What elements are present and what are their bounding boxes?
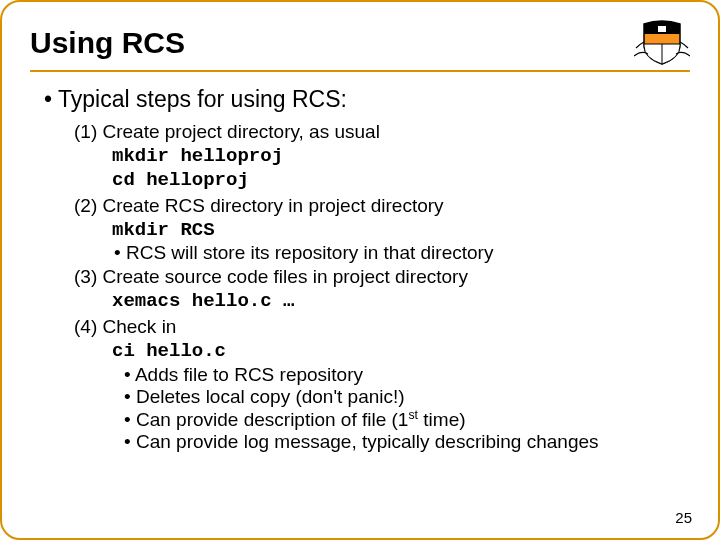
slide-frame: Using RCS Typical steps for using RCS: (… bbox=[0, 0, 720, 540]
header: Using RCS bbox=[30, 20, 690, 72]
step-4-label: (4) Check in bbox=[74, 316, 690, 338]
step-2-code-1: mkdir RCS bbox=[112, 219, 690, 243]
step-2-note: RCS will store its repository in that di… bbox=[114, 242, 690, 264]
step-4-b3-sup: st bbox=[408, 408, 418, 422]
step-4-b3: Can provide description of file (1st tim… bbox=[124, 408, 690, 431]
step-4-b2: Deletes local copy (don't panic!) bbox=[124, 386, 690, 408]
svg-rect-0 bbox=[658, 26, 666, 32]
step-1-code-1: mkdir helloproj bbox=[112, 145, 690, 169]
step-3-code-1: xemacs hello.c … bbox=[112, 290, 690, 314]
page-number: 25 bbox=[675, 509, 692, 526]
princeton-shield-icon bbox=[634, 20, 690, 66]
top-bullet: Typical steps for using RCS: bbox=[44, 86, 690, 113]
step-1-label: (1) Create project directory, as usual bbox=[74, 121, 690, 143]
step-4-b1: Adds file to RCS repository bbox=[124, 364, 690, 386]
step-4-b4: Can provide log message, typically descr… bbox=[124, 431, 690, 453]
step-4-b3-post: time) bbox=[418, 409, 466, 430]
step-2-label: (2) Create RCS directory in project dire… bbox=[74, 195, 690, 217]
step-4-code-1: ci hello.c bbox=[112, 340, 690, 364]
slide-title: Using RCS bbox=[30, 26, 185, 60]
step-3-label: (3) Create source code files in project … bbox=[74, 266, 690, 288]
step-1-code-2: cd helloproj bbox=[112, 169, 690, 193]
step-4-b3-pre: Can provide description of file (1 bbox=[136, 409, 408, 430]
